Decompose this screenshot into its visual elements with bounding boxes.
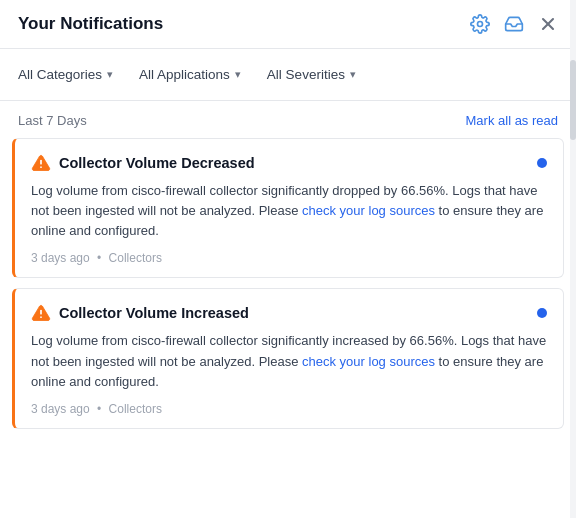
notification-card: Collector Volume Decreased Log volume fr…	[12, 138, 564, 278]
panel-title: Your Notifications	[18, 14, 163, 34]
filter-all-categories[interactable]: All Categories ▾	[18, 63, 121, 86]
svg-point-0	[478, 22, 483, 27]
close-icon[interactable]	[538, 14, 558, 34]
notification-header: Collector Volume Increased	[31, 303, 547, 323]
warning-icon	[31, 303, 51, 323]
panel-header: Your Notifications	[0, 0, 576, 49]
filter-all-applications[interactable]: All Applications ▾	[139, 63, 249, 86]
header-actions	[470, 14, 558, 34]
notification-meta: 3 days ago • Collectors	[31, 402, 547, 416]
filter-all-severities[interactable]: All Severities ▾	[267, 63, 364, 86]
notification-body: Log volume from cisco-firewall collector…	[31, 331, 547, 391]
notification-title-row: Collector Volume Increased	[31, 303, 249, 323]
notification-card: Collector Volume Increased Log volume fr…	[12, 288, 564, 428]
notification-body: Log volume from cisco-firewall collector…	[31, 181, 547, 241]
notification-title-row: Collector Volume Decreased	[31, 153, 255, 173]
notifications-list: Collector Volume Decreased Log volume fr…	[0, 138, 576, 518]
notification-header: Collector Volume Decreased	[31, 153, 547, 173]
notifications-panel: Your Notifications	[0, 0, 576, 518]
filter-bar: All Categories ▾ All Applications ▾ All …	[0, 49, 576, 101]
warning-icon	[31, 153, 51, 173]
section-label: Last 7 Days	[18, 113, 87, 128]
chevron-down-icon: ▾	[350, 68, 356, 81]
notification-title: Collector Volume Decreased	[59, 155, 255, 171]
inbox-icon[interactable]	[504, 14, 524, 34]
notification-title: Collector Volume Increased	[59, 305, 249, 321]
scrollbar-track[interactable]	[570, 0, 576, 518]
chevron-down-icon: ▾	[107, 68, 113, 81]
unread-dot	[537, 308, 547, 318]
settings-icon[interactable]	[470, 14, 490, 34]
notification-link[interactable]: check your log sources	[302, 354, 435, 369]
notification-link[interactable]: check your log sources	[302, 203, 435, 218]
notification-meta: 3 days ago • Collectors	[31, 251, 547, 265]
unread-dot	[537, 158, 547, 168]
section-header: Last 7 Days Mark all as read	[0, 101, 576, 138]
chevron-down-icon: ▾	[235, 68, 241, 81]
scrollbar-thumb[interactable]	[570, 60, 576, 140]
mark-all-read-button[interactable]: Mark all as read	[466, 113, 558, 128]
